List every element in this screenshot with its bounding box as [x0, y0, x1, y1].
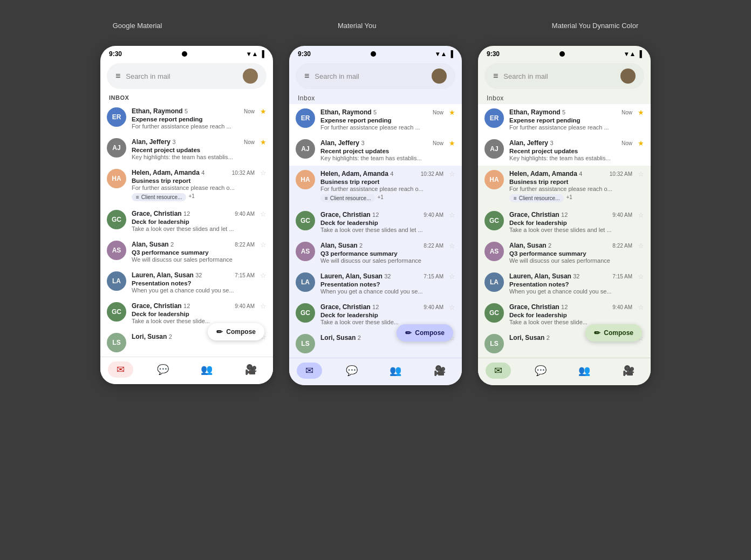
email-right: ☆ [260, 302, 267, 310]
email-header: Lauren, Alan, Susan 32 7:15 AM [132, 271, 255, 279]
email-item[interactable]: ER Ethan, Raymond 5 Now Expense report p… [100, 103, 273, 134]
menu-icon-3[interactable]: ≡ [493, 71, 498, 81]
email-item[interactable]: ER Ethan, Raymond 5 Now Expense report p… [289, 104, 462, 135]
chip-icon: ≡ [325, 195, 328, 201]
email-preview: For further assistance please reach ... [320, 124, 443, 131]
email-item[interactable]: GC Grace, Christian 12 9:40 AM Deck for … [289, 207, 462, 237]
email-item[interactable]: ER Ethan, Raymond 5 Now Expense report p… [478, 104, 651, 135]
star-icon[interactable]: ★ [638, 139, 644, 147]
chip[interactable]: ≡Client resource... [132, 193, 186, 201]
email-content: Helen, Adam, Amanda 4 10:32 AM Business … [132, 169, 255, 201]
star-icon[interactable]: ☆ [638, 303, 644, 311]
email-time: 7:15 AM [424, 274, 443, 279]
menu-icon-2[interactable]: ≡ [304, 71, 309, 81]
email-header: Alan, Susan 2 8:22 AM [320, 242, 443, 249]
star-icon[interactable]: ☆ [260, 302, 267, 310]
nav-item-mail[interactable]: ✉ [486, 363, 511, 379]
email-item[interactable]: HA Helen, Adam, Amanda 4 10:32 AM Busine… [478, 166, 651, 207]
email-sender: Ethan, Raymond 5 [509, 108, 565, 116]
nav-item-chat[interactable]: 💬 [526, 363, 555, 379]
avatar: GC [484, 303, 504, 323]
email-item[interactable]: GC Grace, Christian 12 9:40 AM Deck for … [478, 299, 651, 330]
star-icon[interactable]: ☆ [638, 170, 644, 178]
nav-item-mail[interactable]: ✉ [297, 363, 322, 379]
email-subject: Q3 performance summary [132, 249, 255, 256]
star-icon[interactable]: ☆ [449, 211, 455, 219]
mail-nav-icon: ✉ [494, 365, 502, 377]
email-item[interactable]: GC Grace, Christian 12 9:40 AM Deck for … [100, 298, 273, 329]
email-item[interactable]: GC Grace, Christian 12 9:40 AM Deck for … [478, 207, 651, 237]
star-icon[interactable]: ★ [260, 138, 267, 146]
email-right: ☆ [260, 241, 267, 249]
meet-nav-icon: 👥 [390, 365, 401, 377]
email-item[interactable]: AJ Alan, Jeffery 3 Now Recent project up… [478, 135, 651, 166]
email-time: 9:40 AM [235, 211, 255, 217]
menu-icon-1[interactable]: ≡ [115, 71, 120, 81]
email-right: ☆ [449, 242, 455, 250]
star-icon[interactable]: ☆ [449, 242, 455, 250]
email-time: Now [244, 108, 255, 114]
star-icon[interactable]: ★ [260, 107, 267, 115]
nav-item-chat[interactable]: 💬 [337, 363, 366, 379]
nav-item-video[interactable]: 🎥 [236, 361, 265, 378]
email-item[interactable]: AS Alan, Susan 2 8:22 AM Q3 performance … [100, 236, 273, 267]
chip[interactable]: ≡Client resource... [320, 194, 375, 202]
star-icon[interactable]: ★ [449, 139, 455, 147]
email-header: Helen, Adam, Amanda 4 10:32 AM [132, 169, 255, 176]
star-icon[interactable]: ★ [449, 108, 455, 117]
chip-count: +1 [566, 194, 572, 202]
search-bar-3[interactable]: ≡ Search in mail [484, 63, 644, 89]
nav-item-meet[interactable]: 👥 [381, 363, 410, 379]
email-item[interactable]: HA Helen, Adam, Amanda 4 10:32 AM Busine… [289, 166, 462, 207]
wifi-icon-1: ▾ [247, 50, 250, 58]
star-icon[interactable]: ☆ [449, 303, 455, 311]
email-preview: For further assistance please reach ... [509, 124, 632, 131]
star-icon[interactable]: ☆ [638, 211, 644, 219]
nav-item-video[interactable]: 🎥 [425, 363, 454, 379]
email-item[interactable]: LA Lauren, Alan, Susan 32 7:15 AM Presen… [289, 268, 462, 299]
nav-item-mail[interactable]: ✉ [108, 361, 133, 378]
email-header: Lauren, Alan, Susan 32 7:15 AM [509, 272, 632, 280]
email-time: Now [433, 140, 443, 146]
email-item[interactable]: AJ Alan, Jeffery 3 Now Recent project up… [100, 134, 273, 165]
compose-button[interactable]: ✏Compose [397, 324, 453, 342]
nav-item-meet[interactable]: 👥 [192, 361, 221, 378]
star-icon[interactable]: ☆ [260, 169, 267, 177]
star-icon[interactable]: ☆ [449, 272, 455, 281]
nav-item-chat[interactable]: 💬 [148, 361, 177, 378]
email-item[interactable]: GC Grace, Christian 12 9:40 AM Deck for … [100, 206, 273, 236]
star-icon[interactable]: ☆ [260, 210, 267, 218]
battery-icon-3: ▐ [637, 50, 642, 58]
phone-google-material: 9:30 ▾ ▲ ▐ ≡ Search in mail INBOX ER [100, 46, 273, 384]
email-item[interactable]: GC Grace, Christian 12 9:40 AM Deck for … [289, 299, 462, 330]
star-icon[interactable]: ☆ [449, 170, 455, 178]
email-subject: Recent project updates [132, 147, 255, 153]
nav-item-video[interactable]: 🎥 [614, 363, 643, 379]
compose-button[interactable]: ✏Compose [585, 324, 642, 342]
avatar: ER [107, 107, 126, 127]
star-icon[interactable]: ☆ [260, 271, 267, 279]
chip[interactable]: ≡Client resource... [509, 194, 564, 202]
email-preview: For further assistance please reach o... [320, 186, 443, 192]
search-bar-1[interactable]: ≡ Search in mail [107, 63, 267, 89]
star-icon[interactable]: ☆ [638, 242, 644, 250]
email-header: Ethan, Raymond 5 Now [509, 108, 632, 116]
email-header: Helen, Adam, Amanda 4 10:32 AM [320, 170, 443, 177]
avatar-profile-2[interactable] [432, 69, 447, 84]
star-icon[interactable]: ★ [638, 108, 644, 117]
email-item[interactable]: AS Alan, Susan 2 8:22 AM Q3 performance … [289, 237, 462, 268]
email-header: Alan, Jeffery 3 Now [320, 139, 443, 147]
email-item[interactable]: LA Lauren, Alan, Susan 32 7:15 AM Presen… [478, 268, 651, 299]
star-icon[interactable]: ☆ [260, 241, 267, 249]
compose-button[interactable]: ✏Compose [208, 323, 264, 340]
avatar-profile-1[interactable] [243, 69, 258, 84]
email-item[interactable]: LA Lauren, Alan, Susan 32 7:15 AM Presen… [100, 267, 273, 298]
search-bar-2[interactable]: ≡ Search in mail [296, 63, 455, 89]
star-icon[interactable]: ☆ [638, 272, 644, 281]
email-item[interactable]: AJ Alan, Jeffery 3 Now Recent project up… [289, 135, 462, 166]
avatar-profile-3[interactable] [620, 69, 636, 84]
email-preview: Take a look over these slides and let ..… [132, 226, 255, 232]
email-item[interactable]: HA Helen, Adam, Amanda 4 10:32 AM Busine… [100, 165, 273, 206]
email-item[interactable]: AS Alan, Susan 2 8:22 AM Q3 performance … [478, 237, 651, 268]
nav-item-meet[interactable]: 👥 [570, 363, 599, 379]
